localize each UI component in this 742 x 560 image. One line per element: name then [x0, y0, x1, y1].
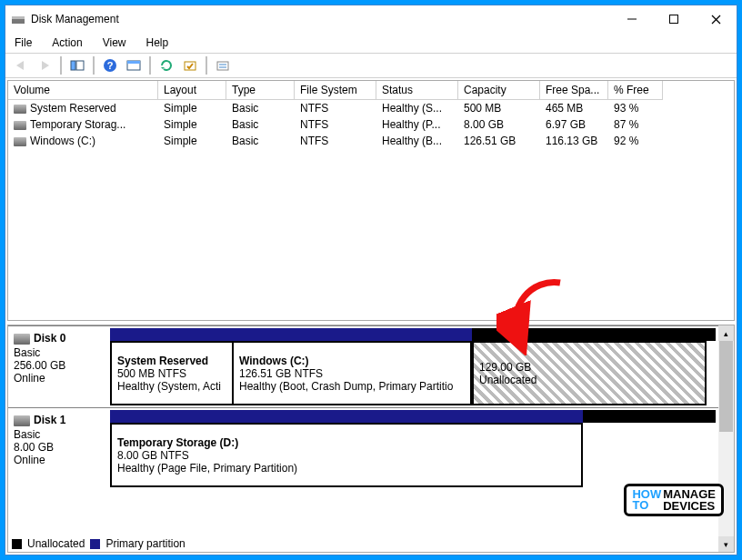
nav-forward-icon — [35, 55, 55, 75]
volume-row[interactable]: System ReservedSimpleBasicNTFSHealthy (S… — [8, 100, 734, 116]
volume-list-header: Volume Layout Type File System Status Ca… — [8, 81, 734, 100]
window-controls — [611, 5, 737, 33]
volume-list-pane: Volume Layout Type File System Status Ca… — [7, 80, 735, 321]
refresh-icon[interactable] — [156, 55, 176, 75]
svg-rect-7 — [76, 61, 84, 70]
disk-bar: Temporary Storage (D:)8.00 GB NTFSHealth… — [110, 408, 717, 489]
toolbar-sep — [93, 56, 95, 75]
svg-rect-11 — [127, 61, 140, 64]
disk-label[interactable]: Disk 1Basic8.00 GBOnline — [8, 408, 110, 489]
scroll-up-icon[interactable]: ▴ — [718, 325, 734, 341]
legend-primary: Primary partition — [105, 537, 185, 550]
col-layout[interactable]: Layout — [158, 81, 226, 100]
legend-swatch-primary — [90, 539, 100, 549]
toolbar-sep — [206, 56, 207, 75]
col-filesystem[interactable]: File System — [295, 81, 376, 100]
volume-list-rows: System ReservedSimpleBasicNTFSHealthy (S… — [8, 100, 734, 149]
menu-help[interactable]: Help — [143, 35, 173, 51]
drive-icon — [14, 137, 26, 146]
disk-partitions: System Reserved500 MB NTFSHealthy (Syste… — [110, 341, 716, 405]
disk-management-window: Disk Management File Action View Help — [5, 5, 737, 555]
minimize-button[interactable] — [611, 5, 653, 33]
partition[interactable]: Temporary Storage (D:)8.00 GB NTFSHealth… — [110, 423, 583, 487]
legend-unallocated: Unallocated — [27, 537, 85, 550]
disk-color-strip — [110, 328, 716, 341]
menubar: File Action View Help — [5, 33, 737, 53]
disk-color-strip — [110, 410, 716, 423]
svg-text:?: ? — [107, 60, 114, 71]
disk-graphical-pane: Disk 0Basic256.00 GBOnlineSystem Reserve… — [7, 325, 735, 553]
close-button[interactable] — [695, 5, 737, 33]
help-icon[interactable]: ? — [100, 55, 120, 75]
col-pctfree[interactable]: % Free — [608, 81, 663, 100]
action-icon[interactable] — [180, 55, 200, 75]
disk-label[interactable]: Disk 0Basic256.00 GBOnline — [8, 326, 110, 407]
disk-partitions: Temporary Storage (D:)8.00 GB NTFSHealth… — [110, 423, 716, 487]
partition[interactable]: System Reserved500 MB NTFSHealthy (Syste… — [110, 341, 234, 405]
partition[interactable]: Windows (C:)126.51 GB NTFSHealthy (Boot,… — [234, 341, 472, 405]
watermark-howto: HOWTO — [632, 489, 661, 510]
titlebar: Disk Management — [5, 5, 737, 33]
drive-icon — [14, 105, 26, 114]
svg-rect-3 — [670, 15, 678, 24]
scroll-thumb[interactable] — [719, 341, 733, 432]
menu-file[interactable]: File — [11, 35, 35, 51]
disk-blocks: Disk 0Basic256.00 GBOnlineSystem Reserve… — [8, 325, 734, 489]
menu-view[interactable]: View — [99, 35, 130, 51]
disk-bar: System Reserved500 MB NTFSHealthy (Syste… — [110, 326, 717, 407]
toolbar-sep — [149, 56, 151, 75]
col-freespace[interactable]: Free Spa... — [540, 81, 608, 100]
disk-block: Disk 0Basic256.00 GBOnlineSystem Reserve… — [8, 325, 734, 407]
watermark-text: MANAGE DEVICES — [663, 488, 716, 512]
list-icon[interactable] — [213, 55, 233, 75]
col-volume[interactable]: Volume — [8, 81, 158, 100]
volume-row[interactable]: Temporary Storag...SimpleBasicNTFSHealth… — [8, 116, 734, 133]
col-capacity[interactable]: Capacity — [458, 81, 540, 100]
svg-rect-1 — [12, 16, 25, 19]
app-icon — [11, 12, 25, 26]
settings-icon[interactable] — [124, 55, 144, 75]
toolbar: ? — [5, 53, 737, 78]
legend-swatch-unallocated — [12, 539, 22, 549]
vertical-scrollbar[interactable]: ▴ ▾ — [718, 325, 734, 552]
window-title: Disk Management — [31, 13, 611, 25]
disk-icon — [14, 334, 30, 345]
scroll-down-icon[interactable]: ▾ — [718, 536, 734, 552]
menu-action[interactable]: Action — [48, 35, 85, 51]
disk-icon — [14, 415, 30, 426]
volume-row[interactable]: Windows (C:)SimpleBasicNTFSHealthy (B...… — [8, 133, 734, 149]
partition-unallocated[interactable]: 129.00 GBUnallocated — [472, 341, 707, 405]
watermark-logo: HOWTO MANAGE DEVICES — [624, 484, 724, 516]
drive-icon — [14, 121, 26, 130]
nav-back-icon — [11, 55, 31, 75]
maximize-button[interactable] — [653, 5, 695, 33]
toolbar-sep — [60, 56, 62, 75]
svg-rect-13 — [217, 62, 228, 70]
svg-rect-6 — [71, 61, 75, 70]
disk-block: Disk 1Basic8.00 GBOnlineTemporary Storag… — [8, 407, 734, 489]
col-status[interactable]: Status — [376, 81, 458, 100]
legend: Unallocated Primary partition — [12, 537, 186, 550]
col-type[interactable]: Type — [226, 81, 295, 100]
show-hide-icon[interactable] — [67, 55, 87, 75]
